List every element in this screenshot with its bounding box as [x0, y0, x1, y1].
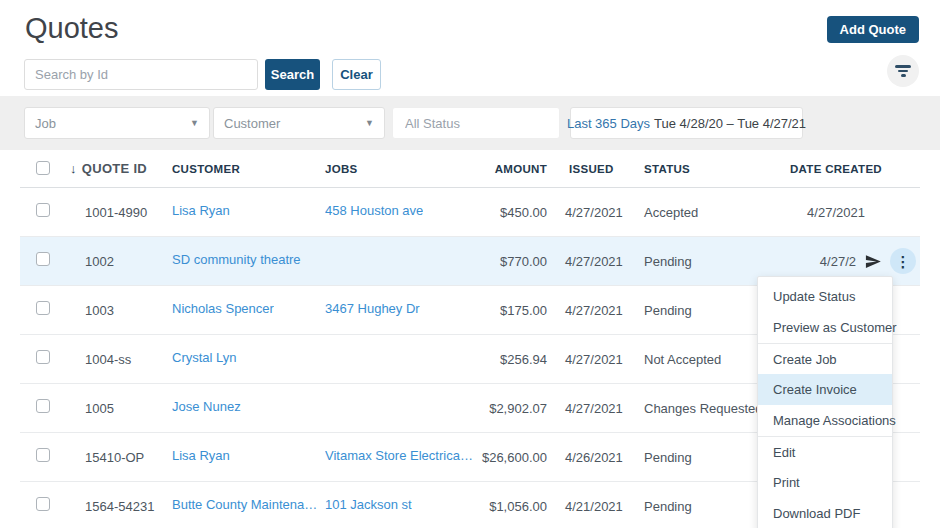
amount-cell: $1,056.00 [480, 499, 555, 514]
date-range-text: Tue 4/28/20 – Tue 4/27/21 [654, 116, 806, 131]
menu-item-preview-as-customer[interactable]: Preview as Customer [758, 312, 892, 343]
issued-cell: 4/26/2021 [555, 450, 640, 465]
job-link[interactable]: 101 Jackson st [325, 497, 412, 512]
status-cell: Changes Requested [640, 401, 770, 416]
date-created-cell: 4/27/2021 [770, 205, 920, 220]
customer-link[interactable]: SD community theatre [172, 252, 301, 267]
issued-cell: 4/27/2021 [555, 401, 640, 416]
issued-cell: 4/27/2021 [555, 254, 640, 269]
date-range-button[interactable]: Last 365 Days Tue 4/28/20 – Tue 4/27/21 [570, 107, 803, 139]
column-header-customer[interactable]: CUSTOMER [170, 163, 325, 175]
page-title: Quotes [25, 12, 119, 45]
quote-id-cell: 1003 [70, 303, 170, 318]
chevron-down-icon: ▼ [190, 118, 199, 128]
amount-cell: $256.94 [480, 352, 555, 367]
row-checkbox[interactable] [36, 301, 50, 315]
amount-cell: $450.00 [480, 205, 555, 220]
date-range-label: Last 365 Days [567, 116, 650, 131]
arrow-down-icon: ↓ [70, 161, 77, 176]
quote-id-cell: 1001-4990 [70, 205, 170, 220]
clear-button[interactable]: Clear [332, 59, 381, 90]
column-header-status[interactable]: STATUS [640, 163, 770, 175]
customer-link[interactable]: Lisa Ryan [172, 448, 230, 463]
add-quote-button[interactable]: Add Quote [827, 16, 919, 43]
status-cell: Pending [640, 450, 770, 465]
select-all-checkbox[interactable] [36, 161, 50, 175]
menu-item-print[interactable]: Print [758, 467, 892, 498]
table-row[interactable]: 1001-4990 Lisa Ryan 458 Houston ave $450… [20, 188, 920, 237]
menu-item-edit[interactable]: Edit [758, 436, 892, 467]
quote-id-cell: 1004-ss [70, 352, 170, 367]
issued-cell: 4/27/2021 [555, 303, 640, 318]
search-input[interactable] [24, 59, 258, 90]
date-created-cell: 4/27/2 ⋮ [770, 248, 920, 274]
chevron-down-icon: ▼ [365, 118, 374, 128]
customer-link[interactable]: Crystal Lyn [172, 350, 237, 365]
send-icon[interactable] [862, 253, 884, 270]
status-filter-input[interactable] [392, 107, 560, 139]
quote-id-cell: 1564-54231 [70, 499, 170, 514]
filter-icon [895, 65, 911, 68]
column-header-jobs[interactable]: JOBS [325, 163, 480, 175]
status-cell: Pending [640, 254, 770, 269]
quote-id-cell: 1002 [70, 254, 170, 269]
column-header-amount[interactable]: AMOUNT [480, 163, 555, 175]
status-cell: Accepted [640, 205, 770, 220]
customer-link[interactable]: Butte County Maintenance [172, 497, 322, 512]
quotes-page: Quotes Add Quote Search Clear Job ▼ Cust… [0, 0, 940, 528]
customer-filter-placeholder: Customer [224, 116, 280, 131]
job-link[interactable]: Vitamax Store Electrical S... [325, 448, 475, 463]
kebab-menu-icon[interactable]: ⋮ [890, 248, 916, 274]
menu-item-create-job[interactable]: Create Job [758, 343, 892, 374]
status-cell: Not Accepted [640, 352, 770, 367]
status-cell: Pending [640, 499, 770, 514]
column-header-date-created[interactable]: DATE CREATED [770, 163, 920, 175]
amount-cell: $770.00 [480, 254, 555, 269]
column-header-quote-id[interactable]: ↓ QUOTE ID [70, 161, 170, 176]
issued-cell: 4/27/2021 [555, 352, 640, 367]
search-button[interactable]: Search [265, 59, 320, 90]
customer-filter-select[interactable]: Customer ▼ [213, 107, 385, 139]
row-checkbox[interactable] [36, 350, 50, 364]
job-link[interactable]: 3467 Hughey Dr [325, 301, 420, 316]
status-cell: Pending [640, 303, 770, 318]
job-link[interactable]: 458 Houston ave [325, 203, 423, 218]
job-filter-select[interactable]: Job ▼ [24, 107, 210, 139]
customer-link[interactable]: Jose Nunez [172, 399, 241, 414]
row-checkbox[interactable] [36, 399, 50, 413]
menu-item-manage-associations[interactable]: Manage Associations [758, 405, 892, 436]
issued-cell: 4/27/2021 [555, 205, 640, 220]
menu-item-download-pdf[interactable]: Download PDF [758, 498, 892, 528]
menu-item-update-status[interactable]: Update Status [758, 281, 892, 312]
row-checkbox[interactable] [36, 252, 50, 266]
quote-id-cell: 1005 [70, 401, 170, 416]
customer-link[interactable]: Lisa Ryan [172, 203, 230, 218]
context-menu: Update StatusPreview as CustomerCreate J… [757, 276, 893, 528]
amount-cell: $175.00 [480, 303, 555, 318]
filter-bar: Job ▼ Customer ▼ Last 365 Days Tue 4/28/… [0, 96, 940, 150]
issued-cell: 4/21/2021 [555, 499, 640, 514]
row-checkbox[interactable] [36, 203, 50, 217]
filter-toggle-button[interactable] [887, 55, 919, 87]
job-filter-placeholder: Job [35, 116, 56, 131]
column-header-issued[interactable]: ISSUED [555, 163, 640, 175]
customer-link[interactable]: Nicholas Spencer [172, 301, 274, 316]
row-checkbox[interactable] [36, 497, 50, 511]
date-created-text: 4/27/2021 [807, 205, 865, 220]
date-created-text: 4/27/2 [820, 254, 856, 269]
amount-cell: $26,600.00 [480, 450, 555, 465]
table-header-row: ↓ QUOTE ID CUSTOMER JOBS AMOUNT ISSUED S… [20, 150, 920, 188]
amount-cell: $2,902.07 [480, 401, 555, 416]
quote-id-cell: 15410-OP [70, 450, 170, 465]
menu-item-create-invoice[interactable]: Create Invoice [758, 374, 892, 405]
row-checkbox[interactable] [36, 448, 50, 462]
